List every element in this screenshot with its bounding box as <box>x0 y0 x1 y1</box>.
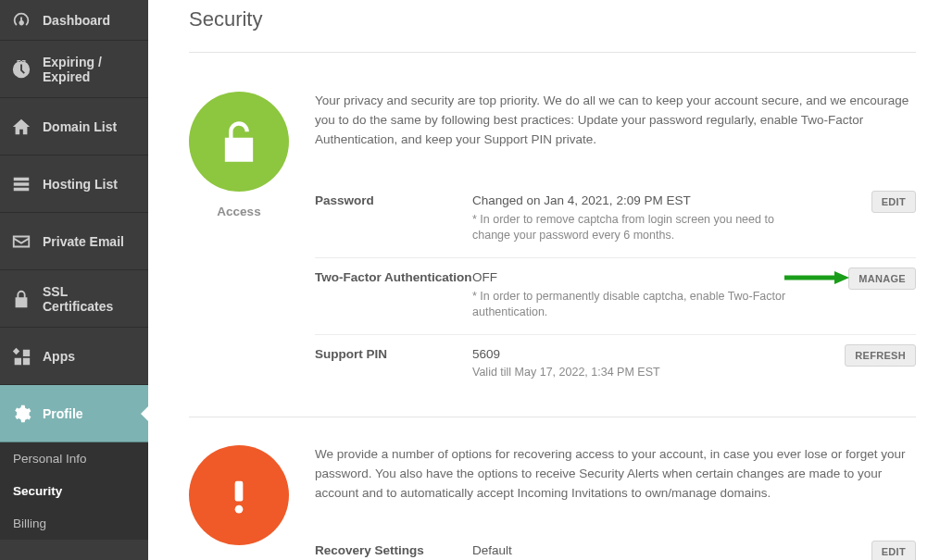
row-label: Recovery Settings <box>315 542 472 560</box>
sidebar-item-apps[interactable]: Apps <box>0 328 148 385</box>
sidebar: Dashboard Expiring / Expired Domain List… <box>0 0 148 560</box>
svg-point-3 <box>235 505 244 514</box>
clock-icon <box>11 59 31 80</box>
sidebar-item-expiring[interactable]: Expiring / Expired <box>0 41 148 98</box>
row-support-pin: Support PIN 5609 Valid till May 17, 2022… <box>315 335 916 394</box>
sidebar-item-label: Expiring / Expired <box>43 55 137 84</box>
edit-recovery-button[interactable]: EDIT <box>871 541 916 560</box>
sidebar-item-label: Apps <box>43 349 75 364</box>
row-recovery-settings: Recovery Settings Default EDIT <box>315 531 916 560</box>
sub-item-personal-info[interactable]: Personal Info <box>0 442 148 475</box>
manage-twofa-button[interactable]: MANAGE <box>848 268 916 290</box>
sidebar-item-label: Domain List <box>43 119 117 134</box>
sidebar-item-label: Private Email <box>43 234 124 249</box>
sidebar-item-label: Dashboard <box>43 13 110 28</box>
home-icon <box>11 117 31 137</box>
row-label: Support PIN <box>315 346 472 364</box>
section-badge-label: Access <box>189 205 289 218</box>
sidebar-item-profile[interactable]: Profile <box>0 385 148 442</box>
alert-icon <box>189 445 289 545</box>
refresh-pin-button[interactable]: REFRESH <box>845 344 916 367</box>
lock-icon <box>11 289 31 309</box>
apps-icon <box>11 346 31 367</box>
row-label: Password <box>315 193 472 210</box>
server-icon <box>11 174 31 194</box>
profile-submenu: Personal Info Security Billing <box>0 442 148 540</box>
section-access: Access Your privacy and security are top… <box>189 53 916 417</box>
row-twofa: Two-Factor Authentication OFF * In order… <box>315 258 916 335</box>
sidebar-item-label: Hosting List <box>43 177 118 192</box>
sidebar-item-ssl[interactable]: SSL Certificates <box>0 270 148 328</box>
sidebar-item-label: SSL Certificates <box>43 284 137 314</box>
envelope-icon <box>11 231 31 252</box>
svg-rect-2 <box>235 481 244 502</box>
recovery-intro: We provide a number of options for recov… <box>315 445 916 504</box>
section-recovery: Recovery & Alerts We provide a number of… <box>189 417 916 560</box>
page-title: Security <box>189 7 916 31</box>
gauge-icon <box>11 10 31 31</box>
row-password: Password Changed on Jan 4, 2021, 2:09 PM… <box>315 181 916 258</box>
unlock-icon <box>189 92 289 192</box>
main-content: Security Access Your privacy and securit… <box>148 0 940 560</box>
gear-icon <box>11 404 31 424</box>
sidebar-item-private-email[interactable]: Private Email <box>0 213 148 270</box>
edit-password-button[interactable]: EDIT <box>871 191 916 213</box>
access-intro: Your privacy and security are top priori… <box>315 92 916 150</box>
sub-item-billing[interactable]: Billing <box>0 507 148 540</box>
row-label: Two-Factor Authentication <box>315 269 472 287</box>
sidebar-item-label: Profile <box>43 406 83 421</box>
row-value: Changed on Jan 4, 2021, 2:09 PM EST * In… <box>472 193 916 244</box>
row-value: Default <box>472 542 916 560</box>
sidebar-item-dashboard[interactable]: Dashboard <box>0 0 148 41</box>
sub-item-security[interactable]: Security <box>0 475 148 507</box>
sidebar-item-domain-list[interactable]: Domain List <box>0 98 148 156</box>
sidebar-item-hosting-list[interactable]: Hosting List <box>0 156 148 213</box>
